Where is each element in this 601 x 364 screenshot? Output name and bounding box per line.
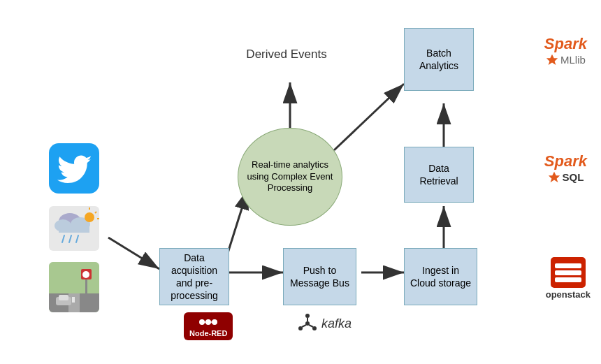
- derived-events-label: Derived Events: [231, 48, 342, 61]
- diagram-container: Derived Events Real-time analytics using…: [0, 0, 601, 364]
- nodered-badge: Node-RED: [184, 312, 233, 340]
- svg-point-18: [82, 271, 89, 278]
- push-message-box: Push to Message Bus: [283, 248, 356, 305]
- ingest-cloud-box: Ingest in Cloud storage: [404, 248, 477, 305]
- svg-line-6: [76, 235, 78, 242]
- svg-marker-31: [548, 172, 559, 182]
- svg-line-4: [62, 235, 64, 242]
- weather-icon: [49, 206, 99, 251]
- batch-analytics-box: Batch Analytics: [404, 28, 474, 91]
- svg-line-29: [334, 84, 404, 150]
- svg-rect-19: [72, 297, 75, 303]
- twitter-icon: [49, 143, 99, 194]
- data-acquisition-box: Data acquisition and pre- processing: [159, 248, 229, 305]
- svg-point-7: [85, 212, 94, 222]
- traffic-icon: [49, 262, 99, 312]
- spark-mllib-badge: Spark MLlib: [544, 35, 587, 66]
- spark-sql-badge: Spark SQL: [544, 152, 587, 183]
- realtime-circle: Real-time analytics using Complex Event …: [238, 128, 342, 226]
- svg-line-22: [108, 238, 159, 269]
- openstack-badge: openstack: [546, 257, 591, 300]
- kafka-badge: kafka: [297, 313, 352, 334]
- svg-rect-3: [59, 226, 89, 233]
- data-retrieval-box: Data Retrieval: [404, 147, 474, 203]
- svg-line-9: [95, 212, 96, 213]
- svg-marker-30: [546, 54, 558, 65]
- svg-point-38: [305, 314, 310, 318]
- svg-line-43: [309, 325, 313, 327]
- svg-line-5: [69, 235, 71, 242]
- svg-line-42: [302, 325, 306, 327]
- svg-rect-15: [59, 295, 68, 300]
